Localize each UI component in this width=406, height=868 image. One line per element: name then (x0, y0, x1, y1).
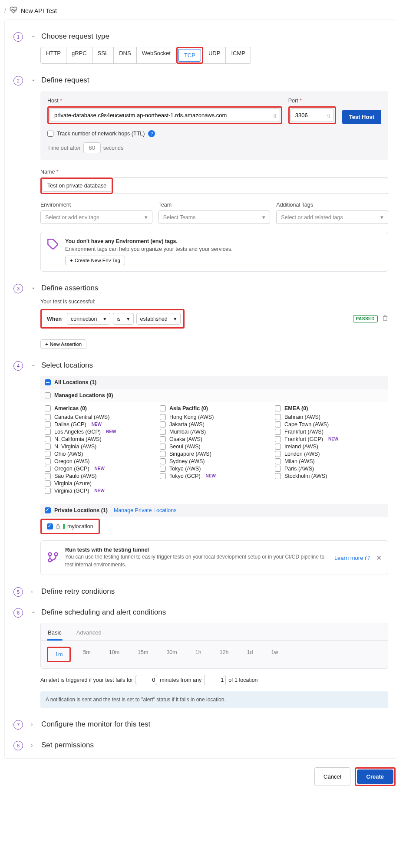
assert-property-select[interactable]: connection▾ (67, 313, 110, 325)
interval-1w[interactable]: 1w (265, 647, 284, 662)
location-item[interactable]: Ireland (AWS) (275, 443, 384, 450)
location-checkbox[interactable] (45, 488, 51, 494)
request-type-ssl[interactable]: SSL (92, 47, 114, 64)
location-item[interactable]: Tokyo (GCP)NEW (160, 472, 269, 480)
alert-locations-input[interactable] (204, 675, 226, 685)
request-type-http[interactable]: HTTP (40, 47, 66, 64)
location-checkbox[interactable] (45, 436, 51, 442)
interval-1d[interactable]: 1d (241, 647, 259, 662)
variable-icon[interactable]: {{ (327, 113, 330, 118)
location-checkbox[interactable] (160, 451, 166, 457)
interval-15m[interactable]: 15m (132, 647, 154, 662)
help-icon[interactable]: ? (148, 130, 155, 137)
interval-12h[interactable]: 12h (214, 647, 235, 662)
location-item[interactable]: Oregon (AWS) (45, 457, 154, 465)
new-assertion-button[interactable]: +New Assertion (40, 339, 86, 349)
request-type-dns[interactable]: DNS (113, 47, 136, 64)
step-7-header[interactable]: Configure the monitor for this test (31, 720, 388, 729)
step-1-header[interactable]: Choose request type (31, 32, 388, 41)
location-checkbox[interactable] (45, 458, 51, 464)
location-checkbox[interactable] (160, 429, 166, 435)
location-item[interactable]: Seoul (AWS) (160, 443, 269, 450)
private-locations-checkbox[interactable] (45, 507, 51, 513)
location-item[interactable]: Mumbai (AWS) (160, 428, 269, 435)
location-checkbox[interactable] (45, 444, 51, 450)
location-checkbox[interactable] (275, 466, 281, 472)
location-checkbox[interactable] (275, 421, 281, 427)
create-env-tag-button[interactable]: +Create New Env Tag (65, 256, 125, 265)
step-5-header[interactable]: Define retry conditions (31, 587, 388, 596)
location-checkbox[interactable] (275, 414, 281, 420)
tags-select[interactable]: Select or add related tags ▾ (276, 210, 388, 224)
location-checkbox[interactable] (45, 414, 51, 420)
location-item[interactable]: Cape Town (AWS) (275, 421, 384, 428)
host-input[interactable] (50, 108, 280, 122)
location-item[interactable]: Osaka (AWS) (160, 435, 269, 443)
location-item[interactable]: Tokyo (AWS) (160, 465, 269, 472)
asia-checkbox[interactable] (160, 405, 166, 411)
location-item[interactable]: N. California (AWS) (45, 435, 154, 443)
variable-icon[interactable]: {{ (273, 113, 276, 118)
team-select[interactable]: Select Teams ▾ (158, 210, 271, 224)
assert-value-select[interactable]: established▾ (136, 313, 181, 325)
request-type-tcp[interactable]: TCP (178, 49, 201, 62)
assert-operator-select[interactable]: is▾ (113, 313, 134, 325)
location-item[interactable]: Ohio (AWS) (45, 450, 154, 457)
location-item[interactable]: Stockholm (AWS) (275, 472, 384, 480)
location-item[interactable]: Los Angeles (GCP)NEW (45, 428, 154, 435)
mylocation-checkbox[interactable] (47, 523, 53, 529)
location-checkbox[interactable] (275, 444, 281, 450)
location-checkbox[interactable] (45, 451, 51, 457)
name-input[interactable] (113, 178, 388, 194)
location-item[interactable]: Sydney (AWS) (160, 457, 269, 465)
location-checkbox[interactable] (160, 436, 166, 442)
step-3-header[interactable]: Define assertions (31, 284, 388, 293)
manage-private-link[interactable]: Manage Private Locations (114, 507, 177, 513)
step-6-header[interactable]: Define scheduling and alert conditions (31, 608, 388, 617)
location-checkbox[interactable] (45, 466, 51, 472)
location-checkbox[interactable] (275, 458, 281, 464)
location-item[interactable]: N. Virginia (AWS) (45, 443, 154, 450)
location-checkbox[interactable] (275, 436, 281, 442)
location-checkbox[interactable] (160, 444, 166, 450)
location-item[interactable]: Virginia (Azure) (45, 480, 154, 487)
managed-locations-checkbox[interactable] (45, 392, 51, 398)
location-checkbox[interactable] (45, 473, 51, 479)
tab-advanced[interactable]: Advanced (76, 627, 102, 640)
location-checkbox[interactable] (275, 451, 281, 457)
interval-10m[interactable]: 10m (103, 647, 125, 662)
cancel-button[interactable]: Cancel (314, 767, 350, 786)
tab-basic[interactable]: Basic (47, 627, 63, 640)
location-checkbox[interactable] (160, 473, 166, 479)
location-item[interactable]: Canada Central (AWS) (45, 413, 154, 421)
location-item[interactable]: Bahrain (AWS) (275, 413, 384, 421)
create-button[interactable]: Create (357, 769, 393, 784)
location-checkbox[interactable] (45, 429, 51, 435)
location-checkbox[interactable] (45, 480, 51, 487)
location-item[interactable]: London (AWS) (275, 450, 384, 457)
location-item[interactable]: Oregon (GCP)NEW (45, 465, 154, 472)
all-locations-checkbox[interactable] (45, 379, 51, 385)
location-checkbox[interactable] (160, 458, 166, 464)
request-type-websocket[interactable]: WebSocket (136, 47, 176, 64)
location-item[interactable]: Frankfurt (GCP)NEW (275, 435, 384, 443)
timeout-input[interactable] (83, 142, 101, 153)
location-item[interactable]: Virginia (GCP)NEW (45, 487, 154, 494)
location-checkbox[interactable] (160, 466, 166, 472)
interval-5m[interactable]: 5m (77, 647, 96, 662)
location-item[interactable]: Jakarta (AWS) (160, 421, 269, 428)
step-4-header[interactable]: Select locations (31, 361, 388, 370)
delete-icon[interactable] (382, 315, 388, 322)
learn-more-link[interactable]: Learn more (334, 555, 370, 561)
step-2-header[interactable]: Define request (31, 76, 388, 85)
americas-checkbox[interactable] (45, 405, 51, 411)
test-host-button[interactable]: Test Host (342, 110, 381, 124)
emea-checkbox[interactable] (275, 405, 281, 411)
interval-30m[interactable]: 30m (160, 647, 183, 662)
env-select[interactable]: Select or add env tags ▾ (40, 210, 152, 224)
interval-1m[interactable]: 1m (49, 649, 69, 660)
location-checkbox[interactable] (45, 421, 51, 427)
location-item[interactable]: Dallas (GCP)NEW (45, 421, 154, 428)
request-type-grpc[interactable]: gRPC (66, 47, 92, 64)
step-8-header[interactable]: Set permissions (31, 741, 388, 750)
